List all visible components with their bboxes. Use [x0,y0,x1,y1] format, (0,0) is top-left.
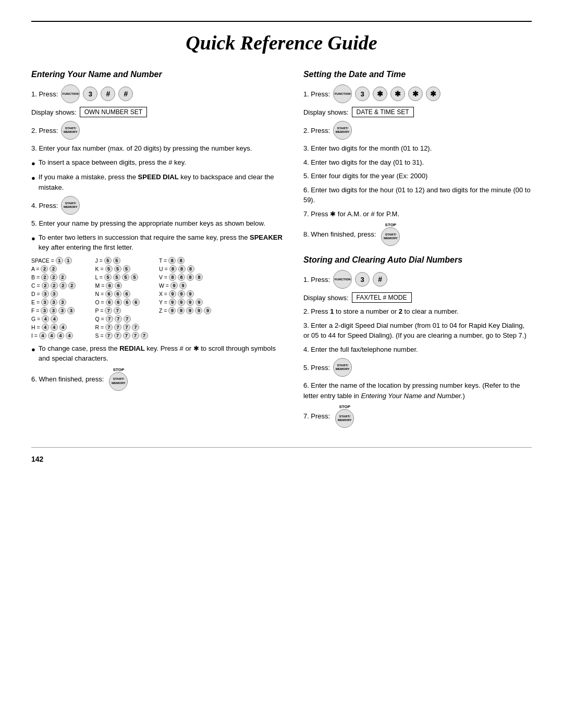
step-4-datetime: 4. Enter two digits for the day (01 to 3… [303,157,532,168]
step-6-label: 6. When finished, press: [31,375,104,383]
key-star-3: ✱ [408,87,423,101]
step-4-entering: 4. Press: START/MEMORY [31,196,283,215]
bullet-mistake: ● If you make a mistake, press the SPEED… [31,172,283,192]
display-value-own: OWN NUMBER SET [80,107,147,117]
step-3-datetime: 3. Enter two digits for the month (01 to… [303,143,532,154]
main-content: Entering Your Name and Number 1. Press: … [31,70,532,431]
key-hash-1: # [101,87,115,101]
step-2-label: 2. Press: [31,127,58,134]
function-key-ad: FUNCTION [333,270,352,289]
letter-row-u: U = 8 8 8 [159,265,218,273]
step-2-dt-label: 2. Press: [303,127,330,134]
display-label-ad: Display shows: [303,294,349,302]
step-1-datetime: 1. Press: FUNCTION 3 ✱ ✱ ✱ ✱ [303,84,532,103]
key-hash-2: # [118,87,133,101]
letter-row-c: C = 2 2 2 2 [31,282,91,289]
start-stop-key-left: STOP START/MEMORY [109,367,128,391]
step-8-dt-label: 8. When finished, press: [303,230,376,238]
step-1-autodial: 1. Press: FUNCTION 3 # [303,270,532,289]
letter-row-b: B = 2 2 2 [31,274,91,281]
letter-row-d: D = 3 3 [31,290,91,298]
letter-row-s: S = 7 7 7 7 7 [95,332,154,339]
step-2-datetime: 2. Press: START/MEMORY [303,121,532,140]
key-star-2: ✱ [390,87,405,101]
letter-row-space: SPACE = 1 1 [31,257,91,264]
key-3-ad: 3 [355,272,370,287]
step-6-datetime: 6. Enter two digits for the hour (01 to … [303,185,532,205]
section-autodial-title: Storing and Clearing Auto Dial Numbers [303,255,532,265]
letter-row-v: V = 8 8 8 8 [159,274,218,281]
left-column: Entering Your Name and Number 1. Press: … [31,70,283,394]
letter-table: SPACE = 1 1 J = 5 5 T = 8 8 A = 2 2 K = [31,257,283,339]
step-5-ad-label: 5. Press: [303,364,330,372]
top-rule [31,21,532,22]
letter-row-x: X = 9 9 9 [159,290,218,298]
step-5-autodial: 5. Press: START/MEMORY [303,358,532,377]
step-6-autodial: 6. Enter the name of the location by pre… [303,380,532,401]
key-star-1: ✱ [373,87,387,101]
letter-row-j: J = 5 5 [95,257,154,264]
step-2-autodial: 2. Press 1 to store a number or 2 to cle… [303,306,532,317]
step-1-ad-label: 1. Press: [303,276,330,283]
right-column: Setting the Date and Time 1. Press: FUNC… [303,70,532,431]
step-5-entering: 5. Enter your name by pressing the appro… [31,218,283,229]
letter-row-g: G = 4 4 [31,315,91,323]
letter-row-a: A = 2 2 [31,265,91,273]
letter-row-l: L = 5 5 5 5 [95,274,154,281]
bullet-two-letters: ● To enter two letters in succession tha… [31,232,283,253]
display-autodial: Display shows: FAX/TEL # MODE [303,292,532,303]
display-label-own: Display shows: [31,108,77,116]
start-memory-key-ad: START/MEMORY [333,358,352,377]
display-value-dt: DATE & TIME SET [352,107,414,117]
step-6-entering: 6. When finished, press: STOP START/MEMO… [31,367,283,391]
start-memory-key-dt: START/MEMORY [333,121,352,140]
step-3-entering: 3. Enter your fax number (max. of 20 dig… [31,143,283,154]
display-label-dt: Display shows: [303,108,349,116]
page-footer: 142 [31,447,532,463]
step-8-datetime: 8. When finished, press: STOP START/MEMO… [303,223,532,246]
step-1-entering: 1. Press: FUNCTION 3 # # [31,84,283,103]
step-4-autodial: 4. Enter the full fax/telephone number. [303,344,532,355]
letter-row-e: E = 3 3 3 [31,299,91,306]
letter-row-o: O = 6 6 6 6 [95,299,154,306]
bullet-change-case: ● To change case, press the REDIAL key. … [31,343,283,364]
section-datetime-title: Setting the Date and Time [303,70,532,79]
key-star-4: ✱ [426,87,440,101]
page-title: Quick Reference Guide [31,31,532,54]
step-7-datetime: 7. Press ✱ for A.M. or # for P.M. [303,209,532,219]
letter-row-w: W = 9 9 [159,282,218,289]
letter-row-i: I = 4 4 4 4 [31,332,91,339]
key-3: 3 [83,87,97,101]
display-value-ad: FAX/TEL # MODE [352,292,412,303]
letter-row-q: Q = 7 7 7 [95,315,154,323]
letter-row-f: F = 3 3 3 3 [31,307,91,314]
step-4-label: 4. Press: [31,202,58,209]
key-3-dt: 3 [355,87,370,101]
letter-row-t: T = 8 8 [159,257,218,264]
function-key: FUNCTION [61,84,80,103]
letter-row-r: R = 7 7 7 7 [95,324,154,331]
step-2-entering: 2. Press: START/MEMORY [31,121,283,140]
bullet-space: ● To insert a space between digits, pres… [31,157,283,169]
step-3-autodial: 3. Enter a 2-digit Speed Dial number (fr… [303,320,532,341]
step-1-dt-label: 1. Press: [303,90,330,98]
function-key-dt: FUNCTION [333,84,352,103]
letter-row-k: K = 5 5 5 [95,265,154,273]
start-stop-key-ad: STOP START/MEMORY [335,404,354,428]
letter-row-m: M = 6 6 [95,282,154,289]
letter-row-y: Y = 9 9 9 9 [159,299,218,306]
letter-row-p: P = 7 7 [95,307,154,314]
step-7-autodial: 7. Press: STOP START/MEMORY [303,404,532,428]
display-datetime: Display shows: DATE & TIME SET [303,107,532,117]
step-1-label: 1. Press: [31,90,58,98]
step-5-datetime: 5. Enter four digits for the year (Ex: 2… [303,171,532,181]
start-memory-key-2: START/MEMORY [61,196,80,215]
section-entering-title: Entering Your Name and Number [31,70,283,79]
step-7-ad-label: 7. Press: [303,412,330,420]
letter-row-h: H = 4 4 4 [31,324,91,331]
start-memory-key-1: START/MEMORY [61,121,80,140]
page-number: 142 [31,455,43,463]
letter-row-z: Z = 9 9 9 9 9 [159,307,218,314]
bottom-rule [31,447,532,448]
letter-row-n: N = 6 6 6 [95,290,154,298]
